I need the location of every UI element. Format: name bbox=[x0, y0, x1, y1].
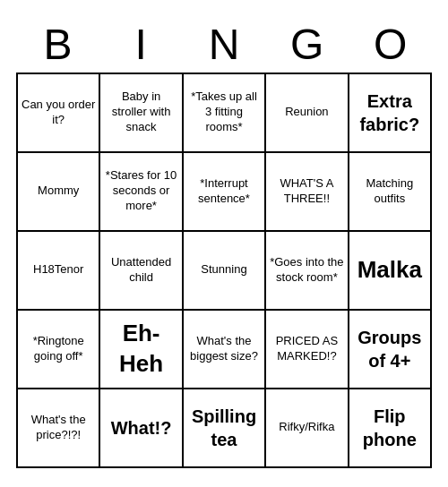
title-letter: O bbox=[351, 20, 430, 69]
bingo-cell: PRICED AS MARKED!? bbox=[266, 311, 349, 389]
bingo-cell: What's the price?!?! bbox=[18, 389, 100, 468]
bingo-cell: Extra fabric? bbox=[349, 74, 432, 153]
bingo-cell: Groups of 4+ bbox=[349, 311, 432, 389]
title-letter: G bbox=[268, 20, 347, 69]
bingo-cell: H18Tenor bbox=[18, 232, 100, 311]
bingo-cell: Reunion bbox=[266, 74, 349, 153]
bingo-cell: *Ringtone going off* bbox=[18, 311, 100, 389]
bingo-cell: *Goes into the stock room* bbox=[266, 232, 349, 311]
bingo-cell: What's the biggest size? bbox=[184, 311, 266, 389]
title-letter: N bbox=[185, 20, 263, 69]
bingo-cell: *Takes up all 3 fitting rooms* bbox=[184, 74, 266, 153]
bingo-cell: *Stares for 10 seconds or more* bbox=[100, 153, 183, 232]
bingo-cell: Flip phone bbox=[349, 389, 432, 468]
bingo-cell: Can you order it? bbox=[18, 74, 100, 153]
bingo-cell: Mommy bbox=[18, 153, 100, 232]
bingo-cell: Eh-Heh bbox=[100, 311, 183, 389]
bingo-card: BINGO Can you order it?Baby in stroller … bbox=[9, 13, 439, 475]
title-letter: I bbox=[101, 20, 180, 69]
bingo-cell: Matching outfits bbox=[349, 153, 432, 232]
bingo-cell: Unattended child bbox=[100, 232, 183, 311]
bingo-cell: Spilling tea bbox=[184, 389, 266, 468]
bingo-cell: Stunning bbox=[184, 232, 266, 311]
bingo-cell: What!? bbox=[100, 389, 183, 468]
bingo-grid: Can you order it?Baby in stroller with s… bbox=[16, 73, 432, 468]
bingo-cell: Rifky/Rifka bbox=[266, 389, 349, 468]
bingo-cell: *Interrupt sentence* bbox=[184, 153, 266, 232]
bingo-title: BINGO bbox=[16, 20, 432, 69]
bingo-cell: WHAT'S A THREE!! bbox=[266, 153, 349, 232]
bingo-cell: Malka bbox=[349, 232, 432, 311]
bingo-cell: Baby in stroller with snack bbox=[100, 74, 183, 153]
title-letter: B bbox=[18, 20, 97, 69]
